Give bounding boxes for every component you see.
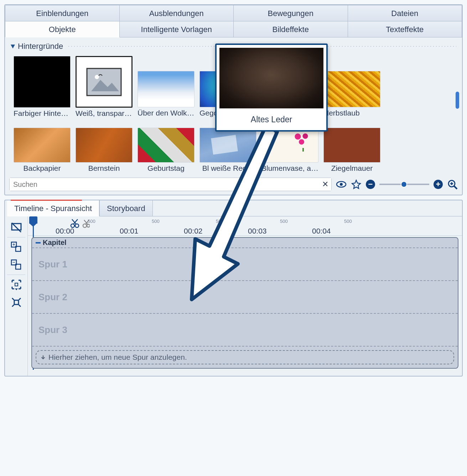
top-tab-row-1: Einblendungen Ausblendungen Bewegungen D… (5, 5, 462, 21)
gallery-item-label: Bernstein (76, 164, 133, 173)
track-row[interactable]: Spur 3 (32, 314, 458, 347)
svg-marker-18 (15, 288, 18, 290)
zoom-knob[interactable] (401, 181, 407, 188)
tool-remove-icon[interactable]: − (5, 256, 27, 274)
ruler-major: 00:04 (312, 227, 331, 235)
tab-intelligente-vorlagen[interactable]: Intelligente Vorlagen (120, 21, 234, 37)
gallery-item[interactable]: Über den Wolken (137, 56, 194, 118)
svg-line-6 (454, 186, 457, 189)
gallery-item-label: Ziegelmauer (323, 164, 380, 173)
tool-zoom-fit-icon[interactable] (5, 293, 27, 311)
svg-point-22 (83, 224, 87, 227)
tab-texteffekte[interactable]: Texteffekte (348, 21, 462, 37)
tab-storyboard[interactable]: Storyboard (99, 200, 153, 216)
gallery-scrollbar[interactable] (456, 92, 459, 151)
gallery-item[interactable]: Bernstein (76, 128, 133, 173)
gallery-item[interactable]: Weiß, transparent (76, 56, 133, 118)
thumb-autumn (323, 71, 380, 107)
zoom-slider[interactable] (379, 184, 429, 185)
gallery-item-label: Farbiger Hinterg… (14, 109, 71, 118)
tab-bewegungen[interactable]: Bewegungen (234, 5, 348, 21)
gallery-item-label: Weiß, transparent (76, 109, 133, 118)
gallery-item-label: Herbstlaub (323, 109, 380, 117)
scroll-thumb[interactable] (456, 92, 459, 109)
gallery-item[interactable]: Backpapier (14, 128, 71, 173)
ruler-major: 00:00 (56, 227, 74, 235)
thumb-amber (76, 128, 133, 163)
image-placeholder-icon (86, 68, 122, 96)
zoom-fit-icon[interactable] (447, 179, 458, 190)
gallery-item[interactable]: Ziegelmauer (323, 128, 380, 173)
gallery-item-label: Über den Wolken (137, 109, 194, 117)
zoom-out-icon[interactable]: − (366, 180, 375, 189)
ruler-major: 00:01 (120, 227, 139, 235)
zoom-in-icon[interactable]: + (434, 180, 443, 189)
star-icon[interactable] (351, 179, 362, 190)
thumb-brick (323, 128, 380, 163)
eye-icon[interactable] (336, 179, 347, 190)
svg-point-4 (340, 183, 343, 186)
chapter-label: Kapitel (43, 239, 67, 247)
svg-rect-17 (15, 283, 18, 286)
ruler-minor: 500 (152, 219, 160, 224)
gallery-item-label: Backpapier (14, 164, 71, 173)
clear-icon[interactable]: ✕ (322, 180, 328, 189)
tab-dateien[interactable]: Dateien (348, 5, 462, 21)
svg-point-23 (87, 224, 90, 227)
timeline-tools: + − (5, 216, 28, 376)
svg-line-10 (12, 223, 21, 232)
top-tab-row-2: Objekte Intelligente Vorlagen Bildeffekt… (5, 21, 462, 37)
tab-einblendungen[interactable]: Einblendungen (5, 5, 120, 21)
drag-arrow-icon (160, 121, 281, 307)
tab-ausblendungen[interactable]: Ausblendungen (120, 5, 234, 21)
thumb-transparent (76, 56, 133, 108)
tool-cut-icon[interactable] (5, 219, 27, 236)
tab-bildeffekte[interactable]: Bildeffekte (234, 21, 348, 37)
tool-zoom-selection-icon[interactable] (5, 276, 27, 293)
svg-rect-19 (14, 300, 19, 304)
ruler-minor: 500 (280, 219, 288, 224)
tool-insert-icon[interactable]: + (5, 238, 27, 256)
preview-tooltip: Altes Leder (215, 43, 328, 132)
svg-text:+: + (12, 242, 15, 247)
svg-point-21 (75, 224, 79, 227)
tab-objekte[interactable]: Objekte (5, 21, 120, 37)
svg-point-1 (95, 75, 99, 79)
svg-text:−: − (12, 260, 15, 265)
new-track-dropzone[interactable]: Hierher ziehen, um neue Spur anzulegen. (36, 350, 454, 364)
tooltip-label: Altes Leder (217, 111, 326, 130)
gallery-item[interactable]: Farbiger Hinterg… (14, 56, 71, 118)
ruler-minor: 500 (344, 219, 352, 224)
thumb-black (14, 56, 71, 108)
tab-timeline[interactable]: Timeline - Spuransicht (7, 200, 99, 216)
arrow-down-icon (41, 355, 46, 360)
gallery-item[interactable]: Herbstlaub (323, 56, 380, 118)
svg-rect-0 (87, 68, 121, 96)
section-title: Hintergründe (18, 42, 63, 51)
tooltip-thumb (219, 48, 323, 108)
collapse-icon[interactable] (11, 45, 15, 48)
thumb-paper (14, 128, 71, 163)
ruler-minor: 500 (88, 219, 95, 224)
drop-hint-text: Hierher ziehen, um neue Spur anzulegen. (48, 353, 187, 362)
thumb-clouds (137, 71, 194, 107)
chapter-collapse-icon[interactable] (36, 242, 41, 244)
